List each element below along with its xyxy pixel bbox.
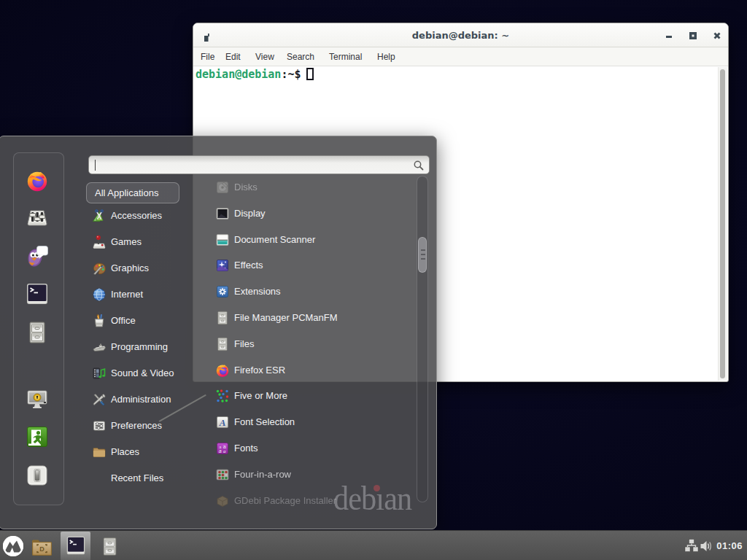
five-or-more-icon: [215, 389, 230, 403]
administration-icon: [92, 392, 107, 407]
accessories-icon: [92, 209, 107, 223]
app-five-or-more[interactable]: Five or More: [209, 384, 415, 408]
favorite-firefox-icon[interactable]: [24, 168, 50, 194]
document-scanner-icon: [215, 233, 230, 247]
favorite-terminal-icon[interactable]: [24, 281, 50, 307]
category-recent-files[interactable]: Recent Files: [88, 466, 204, 491]
svg-text:a: a: [219, 448, 222, 454]
category-sound-video[interactable]: Sound & Video: [88, 361, 204, 386]
app-label: Four-in-a-row: [234, 462, 291, 487]
session-logout-icon[interactable]: [24, 424, 50, 450]
app-effects[interactable]: Effects: [209, 253, 415, 278]
app-disks[interactable]: Disks: [209, 175, 415, 200]
terminal-scrollbar-thumb[interactable]: [720, 69, 725, 378]
category-label: Recent Files: [111, 466, 163, 491]
app-label: File Manager PCManFM: [234, 306, 338, 330]
office-icon: [92, 314, 107, 328]
app-display[interactable]: Display: [209, 201, 415, 226]
category-games[interactable]: Games: [88, 230, 204, 254]
preferences-icon: [92, 419, 107, 433]
minimize-button[interactable]: [662, 29, 676, 42]
menu-button[interactable]: [2, 535, 24, 557]
category-places[interactable]: Places: [88, 440, 204, 464]
programming-icon: [92, 340, 107, 354]
category-label: Programming: [111, 335, 168, 359]
display-icon: [215, 206, 230, 221]
extensions-icon: [215, 284, 230, 299]
svg-text:A: A: [219, 417, 226, 428]
firefox-icon: [215, 363, 230, 378]
app-firefox-esr[interactable]: Firefox ESR: [209, 358, 415, 383]
menubar-item-edit[interactable]: Edit: [225, 47, 241, 66]
category-internet[interactable]: Internet: [88, 282, 204, 307]
terminal-icon: [66, 535, 86, 556]
category-label: Places: [111, 440, 139, 464]
app-label: Firefox ESR: [234, 358, 285, 383]
app-file-manager-pcmanfm[interactable]: File Manager PCManFM: [209, 306, 415, 330]
app-gdebi-package-installer[interactable]: GDebi Package Installer: [209, 489, 415, 513]
file-cabinet-icon: [215, 337, 230, 351]
prompt-user-host: debian@debian: [196, 68, 281, 81]
session-lock-screen-icon[interactable]: [24, 386, 50, 412]
search-icon: [413, 160, 425, 171]
search-input[interactable]: [94, 158, 410, 171]
panel-clock[interactable]: 01:06: [716, 531, 743, 560]
sound-video-icon: [92, 366, 107, 381]
gdebi-icon: [215, 494, 230, 508]
graphics-icon: [92, 261, 107, 276]
app-fonts[interactable]: a a a a Fonts: [209, 436, 415, 461]
menubar-item-help[interactable]: Help: [377, 47, 395, 66]
internet-icon: [92, 287, 107, 302]
terminal-scrollbar[interactable]: [718, 67, 727, 381]
maximize-button[interactable]: [686, 29, 700, 42]
app-label: GDebi Package Installer: [234, 489, 336, 513]
category-administration[interactable]: Administration: [88, 387, 204, 412]
network-icon[interactable]: [684, 538, 699, 553]
category-preferences[interactable]: Preferences: [88, 413, 204, 438]
terminal-menubar: FileEditViewSearchTerminalHelp: [193, 47, 728, 66]
font-selection-icon: A: [215, 415, 230, 429]
app-extensions[interactable]: Extensions: [209, 279, 415, 304]
places-icon: [92, 445, 107, 459]
menubar-item-terminal[interactable]: Terminal: [329, 47, 362, 66]
session-shutdown-icon[interactable]: [24, 462, 50, 489]
category-programming[interactable]: Programming: [88, 335, 204, 359]
terminal-title: debian@debian: ~: [193, 23, 728, 47]
disks-icon: [215, 180, 230, 195]
folder-debian-launcher[interactable]: D: [31, 536, 53, 557]
fonts-icon: a a a a: [215, 441, 230, 456]
close-button[interactable]: [711, 29, 724, 42]
app-label: Font Selection: [234, 410, 295, 435]
bottom-panel: D 01:06: [0, 530, 747, 560]
favorites-sidebar: [13, 152, 64, 505]
terminal-task-button[interactable]: [61, 532, 90, 560]
category-all-applications[interactable]: All Applications: [86, 182, 179, 203]
svg-text:a: a: [223, 448, 226, 454]
menubar-item-file[interactable]: File: [201, 47, 214, 66]
file-manager-launcher[interactable]: [100, 537, 120, 557]
terminal-titlebar[interactable]: debian@debian: ~: [193, 23, 728, 47]
favorite-file-cabinet-icon[interactable]: [24, 319, 50, 346]
app-document-scanner[interactable]: Document Scanner: [209, 228, 415, 252]
category-label: Administration: [111, 387, 171, 412]
category-accessories[interactable]: Accessories: [88, 203, 204, 228]
favorite-settings-mixer-icon[interactable]: [24, 205, 50, 231]
menubar-item-search[interactable]: Search: [287, 47, 314, 66]
category-label: Office: [111, 308, 136, 333]
app-label: Effects: [234, 253, 263, 278]
menu-scrollbar-thumb[interactable]: [418, 237, 427, 273]
app-label: Disks: [234, 175, 258, 200]
favorite-pidgin-icon[interactable]: [24, 243, 50, 269]
app-four-in-a-row[interactable]: Four-in-a-row: [209, 462, 415, 487]
app-files[interactable]: Files: [209, 332, 415, 357]
menubar-item-view[interactable]: View: [255, 47, 274, 66]
category-graphics[interactable]: Graphics: [88, 256, 204, 281]
application-menu: debıan: [0, 136, 437, 529]
search-box: [88, 155, 430, 174]
svg-text:D: D: [39, 545, 44, 553]
category-office[interactable]: Office: [88, 308, 204, 333]
app-label: Document Scanner: [234, 228, 315, 252]
volume-icon[interactable]: [700, 539, 714, 552]
app-font-selection[interactable]: A Font Selection: [209, 410, 415, 435]
menu-scrollbar[interactable]: [417, 176, 428, 502]
